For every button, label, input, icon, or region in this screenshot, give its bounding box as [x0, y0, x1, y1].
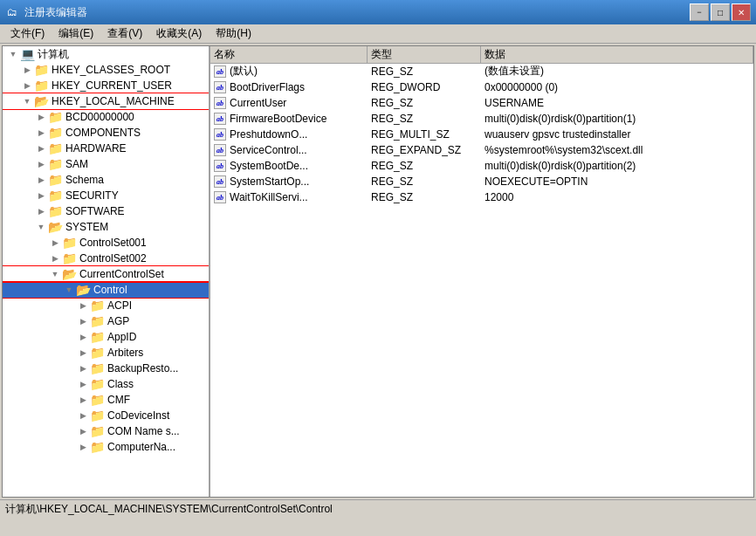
registry-row-8[interactable]: abWaitToKillServi...REG_SZ12000 — [210, 189, 753, 205]
header-type[interactable]: 类型 — [368, 46, 481, 63]
tree-label-hkey_classes_root: HKEY_CLASSES_ROOT — [52, 64, 170, 76]
tree-label-cmf: CMF — [107, 394, 130, 406]
registry-name-text-5: ServiceControl... — [230, 144, 307, 156]
tree-item-system[interactable]: ▼📂SYSTEM — [3, 219, 209, 235]
tree-label-system: SYSTEM — [65, 221, 108, 233]
registry-row-7[interactable]: abSystemStartOp...REG_SZ NOEXECUTE=OPTIN — [210, 174, 753, 189]
tree-item-security[interactable]: ▶📁SECURITY — [3, 188, 209, 203]
expand-icon-appid[interactable]: ▶ — [76, 330, 90, 344]
registry-row-data-0: (数值未设置) — [481, 64, 753, 79]
registry-row-5[interactable]: abServiceControl...REG_EXPAND_SZ%systemr… — [210, 142, 753, 158]
expand-icon-hardware[interactable]: ▶ — [34, 141, 48, 155]
expand-icon-class[interactable]: ▶ — [76, 377, 90, 391]
expand-icon-hkey_current_user[interactable]: ▶ — [20, 79, 34, 93]
tree-item-computerna[interactable]: ▶📁ComputerNa... — [3, 439, 209, 455]
registry-row-name-5: abServiceControl... — [210, 144, 368, 156]
registry-row-data-8: 12000 — [481, 191, 753, 203]
registry-name-text-0: (默认) — [230, 64, 258, 79]
expand-icon-hkey_classes_root[interactable]: ▶ — [20, 63, 34, 77]
expand-icon-system[interactable]: ▼ — [34, 220, 48, 234]
expand-icon-security[interactable]: ▶ — [34, 189, 48, 203]
tree-item-codeviceinst[interactable]: ▶📁CoDeviceInst — [3, 408, 209, 423]
expand-icon-components[interactable]: ▶ — [34, 126, 48, 140]
expand-icon-control[interactable]: ▼ — [62, 283, 76, 297]
registry-row-name-7: abSystemStartOp... — [210, 175, 368, 188]
minimize-button[interactable]: － — [690, 3, 709, 21]
registry-row-data-7: NOEXECUTE=OPTIN — [481, 175, 753, 188]
expand-icon-codeviceinst[interactable]: ▶ — [76, 409, 90, 423]
folder-icon-class: 📁 — [90, 377, 105, 391]
tree-item-sam[interactable]: ▶📁SAM — [3, 156, 209, 172]
tree-item-cmf[interactable]: ▶📁CMF — [3, 392, 209, 408]
tree-item-currentcontrolset[interactable]: ▼📂CurrentControlSet — [3, 266, 209, 282]
tree-item-comname[interactable]: ▶📁COM Name s... — [3, 423, 209, 439]
expand-icon-bcd[interactable]: ▶ — [34, 110, 48, 124]
tree-item-computer[interactable]: ▼💻计算机 — [3, 46, 209, 62]
expand-icon-schema[interactable]: ▶ — [34, 173, 48, 187]
registry-name-text-4: PreshutdownO... — [230, 128, 307, 141]
tree-item-appid[interactable]: ▶📁AppID — [3, 329, 209, 345]
expand-icon-controlset002[interactable]: ▶ — [48, 251, 62, 265]
registry-row-type-8: REG_SZ — [368, 191, 481, 203]
expand-icon-computer[interactable]: ▼ — [6, 47, 20, 61]
tree-item-controlset002[interactable]: ▶📁ControlSet002 — [3, 251, 209, 266]
expand-icon-computerna[interactable]: ▶ — [76, 440, 90, 454]
tree-item-hkey_local_machine[interactable]: ▼📂HKEY_LOCAL_MACHINE — [3, 93, 209, 109]
folder-icon-bcd: 📁 — [48, 110, 63, 124]
tree-label-controlset002: ControlSet002 — [79, 252, 147, 265]
expand-icon-software[interactable]: ▶ — [34, 204, 48, 218]
expand-icon-cmf[interactable]: ▶ — [76, 393, 90, 407]
expand-icon-sam[interactable]: ▶ — [34, 157, 48, 171]
registry-row-name-0: ab(默认) — [210, 64, 368, 79]
expand-icon-comname[interactable]: ▶ — [76, 424, 90, 438]
registry-tree[interactable]: ▼💻计算机▶📁HKEY_CLASSES_ROOT▶📁HKEY_CURRENT_U… — [3, 46, 210, 497]
registry-row-4[interactable]: abPreshutdownO...REG_MULTI_SZwuauserv gp… — [210, 127, 753, 142]
menu-edit[interactable]: 编辑(E) — [52, 24, 100, 43]
header-name[interactable]: 名称 — [210, 46, 368, 63]
expand-icon-hkey_local_machine[interactable]: ▼ — [20, 94, 34, 108]
tree-item-schema[interactable]: ▶📁Schema — [3, 172, 209, 188]
menu-favorites[interactable]: 收藏夹(A) — [149, 24, 209, 43]
registry-row-name-4: abPreshutdownO... — [210, 128, 368, 141]
tree-item-arbiters[interactable]: ▶📁Arbiters — [3, 345, 209, 361]
expand-icon-controlset001[interactable]: ▶ — [48, 236, 62, 250]
tree-item-control[interactable]: ▼📂Control — [3, 282, 209, 298]
menu-file[interactable]: 文件(F) — [3, 24, 52, 43]
tree-item-components[interactable]: ▶📁COMPONENTS — [3, 125, 209, 141]
registry-row-type-7: REG_SZ — [368, 175, 481, 188]
tree-item-hardware[interactable]: ▶📁HARDWARE — [3, 141, 209, 156]
reg-icon-6: ab — [214, 160, 226, 172]
expand-icon-currentcontrolset[interactable]: ▼ — [48, 267, 62, 281]
expand-icon-arbiters[interactable]: ▶ — [76, 346, 90, 360]
tree-item-software[interactable]: ▶📁SOFTWARE — [3, 203, 209, 219]
tree-item-hkey_current_user[interactable]: ▶📁HKEY_CURRENT_USER — [3, 78, 209, 93]
reg-icon-2: ab — [214, 97, 226, 109]
header-data[interactable]: 数据 — [481, 46, 753, 63]
registry-row-2[interactable]: abCurrentUserREG_SZUSERNAME — [210, 95, 753, 111]
registry-row-1[interactable]: abBootDriverFlagsREG_DWORD0x00000000 (0) — [210, 79, 753, 95]
maximize-button[interactable]: □ — [711, 3, 730, 21]
registry-row-3[interactable]: abFirmwareBootDeviceREG_SZmulti(0)disk(0… — [210, 111, 753, 127]
menu-help[interactable]: 帮助(H) — [209, 24, 258, 43]
tree-item-bcd[interactable]: ▶📁BCD00000000 — [3, 109, 209, 125]
close-button[interactable]: ✕ — [732, 3, 751, 21]
tree-item-controlset001[interactable]: ▶📁ControlSet001 — [3, 235, 209, 251]
tree-item-acpi[interactable]: ▶📁ACPI — [3, 298, 209, 313]
registry-row-6[interactable]: abSystemBootDe...REG_SZmulti(0)disk(0)rd… — [210, 158, 753, 174]
expand-icon-acpi[interactable]: ▶ — [76, 299, 90, 313]
registry-row-data-3: multi(0)disk(0)rdisk(0)partition(1) — [481, 113, 753, 125]
registry-row-0[interactable]: ab(默认)REG_SZ(数值未设置) — [210, 64, 753, 79]
expand-icon-agp[interactable]: ▶ — [76, 314, 90, 328]
registry-row-name-8: abWaitToKillServi... — [210, 191, 368, 203]
tree-item-class[interactable]: ▶📁Class — [3, 376, 209, 392]
tree-item-hkey_classes_root[interactable]: ▶📁HKEY_CLASSES_ROOT — [3, 62, 209, 78]
folder-icon-sam: 📁 — [48, 157, 63, 171]
folder-icon-hkey_classes_root: 📁 — [34, 63, 49, 77]
tree-item-agp[interactable]: ▶📁AGP — [3, 313, 209, 329]
folder-icon-arbiters: 📁 — [90, 346, 105, 360]
folder-icon-software: 📁 — [48, 204, 63, 218]
menu-view[interactable]: 查看(V) — [100, 24, 149, 43]
folder-icon-controlset001: 📁 — [62, 236, 77, 250]
tree-item-backuprestore[interactable]: ▶📁BackupResto... — [3, 361, 209, 376]
expand-icon-backuprestore[interactable]: ▶ — [76, 361, 90, 375]
